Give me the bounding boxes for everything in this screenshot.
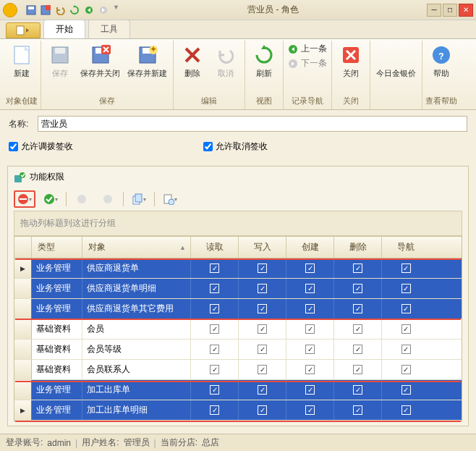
save-new-button[interactable]: ✦ 保存并新建 [124,42,170,80]
checkbox-icon[interactable]: ✓ [401,345,411,354]
checkbox-icon[interactable]: ✓ [353,345,362,354]
checkbox-icon[interactable]: ✓ [401,385,411,395]
checkbox-icon[interactable]: ✓ [353,385,362,395]
cell-nav[interactable]: ✓ [382,279,430,298]
table-row[interactable]: 基础资料会员联系人✓✓✓✓✓ [14,360,462,380]
col-object[interactable]: 对象▲ [82,237,191,258]
checkbox-icon[interactable]: ✓ [210,304,219,313]
checkbox-icon[interactable]: ✓ [401,304,411,313]
cell-delete[interactable]: ✓ [334,360,382,379]
cell-create[interactable]: ✓ [286,400,334,420]
minimize-button[interactable]: ─ [427,4,441,17]
checkbox-icon[interactable]: ✓ [258,264,267,273]
allow-transfer-checkbox[interactable]: 允许调拨签收 [9,140,73,153]
checkbox-icon[interactable]: ✓ [210,284,219,293]
table-row[interactable]: 基础资料会员等级✓✓✓✓✓ [14,340,462,360]
prev-record-button[interactable]: 上一条 [286,42,328,56]
cell-create[interactable]: ✓ [286,319,334,339]
name-input[interactable] [38,116,467,132]
cell-write[interactable]: ✓ [239,299,286,319]
refresh-button[interactable]: 刷新 [248,42,280,80]
cell-write[interactable]: ✓ [239,380,286,400]
group-drop-area[interactable]: 拖动列标题到这进行分组 [14,211,462,236]
row-header-corner[interactable] [14,237,32,258]
cell-delete[interactable]: ✓ [334,258,382,278]
qat-refresh-icon[interactable] [68,4,81,17]
col-nav[interactable]: 导航 [382,237,430,258]
col-type[interactable]: 类型 [32,237,82,258]
cell-read[interactable]: ✓ [191,319,239,339]
cell-write[interactable]: ✓ [239,400,286,420]
cell-delete[interactable]: ✓ [334,380,382,400]
table-row[interactable]: 业务管理供应商退货单明细✓✓✓✓✓ [14,279,462,299]
col-delete[interactable]: 删除 [334,237,382,258]
file-menu-button[interactable] [6,22,41,38]
cell-read[interactable]: ✓ [191,299,239,319]
cell-create[interactable]: ✓ [286,380,334,400]
checkbox-icon[interactable]: ✓ [210,385,219,395]
checkbox-icon[interactable]: ✓ [401,324,411,334]
cell-write[interactable]: ✓ [239,258,286,278]
next-record-button[interactable]: 下一条 [286,56,328,70]
deny-button[interactable]: ▾ [14,190,35,208]
checkbox-icon[interactable]: ✓ [258,385,267,395]
checkbox-icon[interactable]: ✓ [258,304,267,313]
checkbox-icon[interactable]: ✓ [258,345,267,354]
cell-read[interactable]: ✓ [191,340,239,359]
cell-nav[interactable]: ✓ [382,400,430,420]
checkbox-icon[interactable]: ✓ [305,385,315,395]
cell-read[interactable]: ✓ [191,400,239,420]
col-write[interactable]: 写入 [239,237,286,258]
delete-button[interactable]: 删除 [177,42,208,80]
cell-delete[interactable]: ✓ [334,299,382,319]
qat-dropdown-icon[interactable]: ▼ [113,4,119,17]
col-read[interactable]: 读取 [191,237,239,258]
tab-tools[interactable]: 工具 [88,20,130,38]
checkbox-icon[interactable]: ✓ [258,324,267,334]
new-button[interactable]: 新建 [6,42,38,80]
qat-prev-icon[interactable] [82,4,95,17]
cell-nav[interactable]: ✓ [382,299,430,319]
table-row[interactable]: ▶业务管理加工出库单明细✓✓✓✓✓ [14,400,462,421]
checkbox-icon[interactable]: ✓ [210,324,219,334]
cell-write[interactable]: ✓ [239,319,286,339]
close-window-button[interactable]: ✕ [459,4,473,17]
qat-undo-icon[interactable] [54,4,67,17]
checkbox-icon[interactable]: ✓ [353,284,362,293]
checkbox-icon[interactable]: ✓ [305,264,315,273]
cell-nav[interactable]: ✓ [382,319,430,339]
maximize-button[interactable]: □ [443,4,457,17]
cell-create[interactable]: ✓ [286,258,334,278]
cell-nav[interactable]: ✓ [382,380,430,400]
checkbox-icon[interactable]: ✓ [353,264,362,273]
checkbox-icon[interactable]: ✓ [210,264,219,273]
checkbox-icon[interactable]: ✓ [401,405,411,415]
checkbox-icon[interactable]: ✓ [305,284,315,293]
cell-delete[interactable]: ✓ [334,340,382,359]
nav-first-button[interactable] [71,190,93,208]
qat-save-icon[interactable] [25,4,38,17]
close-button[interactable]: 关闭 [335,42,367,80]
cell-create[interactable]: ✓ [286,360,334,379]
checkbox-icon[interactable]: ✓ [258,405,267,415]
tab-start[interactable]: 开始 [43,20,85,38]
checkbox-icon[interactable]: ✓ [401,284,411,293]
checkbox-icon[interactable]: ✓ [353,304,362,313]
checkbox-icon[interactable]: ✓ [258,365,267,374]
checkbox-icon[interactable]: ✓ [305,405,315,415]
cancel-button[interactable]: 取消 [210,42,242,80]
copy-button[interactable]: ▾ [128,190,150,208]
cell-nav[interactable]: ✓ [382,360,430,379]
cell-read[interactable]: ✓ [191,360,239,379]
qat-next-icon[interactable] [97,4,110,17]
cell-read[interactable]: ✓ [191,380,239,400]
save-close-button[interactable]: 保存并关闭 [77,42,123,80]
checkbox-icon[interactable]: ✓ [305,345,315,354]
checkbox-icon[interactable]: ✓ [401,264,411,273]
cell-nav[interactable]: ✓ [382,258,430,278]
filter-button[interactable]: ▾ [159,190,181,208]
checkbox-icon[interactable]: ✓ [305,365,315,374]
cell-nav[interactable]: ✓ [382,340,430,359]
cell-delete[interactable]: ✓ [334,400,382,420]
table-row[interactable]: ▶业务管理供应商退货单✓✓✓✓✓ [14,258,462,279]
